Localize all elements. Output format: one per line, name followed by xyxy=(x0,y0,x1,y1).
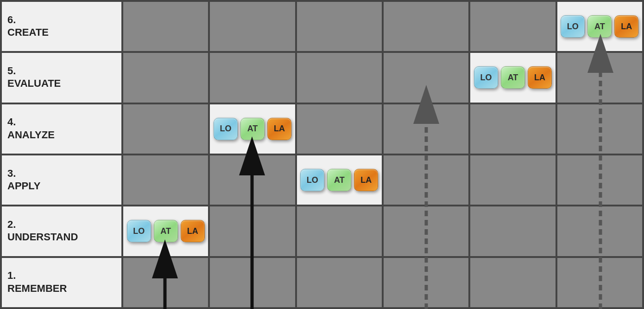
badge-lo-understand[interactable]: LO xyxy=(127,220,151,242)
cell-r5-c4 xyxy=(296,206,383,257)
cell-r1-c4 xyxy=(296,1,383,52)
bloom-taxonomy-grid: 6. CREATE LO AT LA 5. EVALUATE LO AT xyxy=(0,0,644,309)
cell-r5-c5 xyxy=(383,206,469,257)
cell-r4-c2 xyxy=(122,154,209,206)
cell-r6-c5 xyxy=(383,257,469,308)
row-number-4: 4. xyxy=(7,116,116,128)
badge-la-evaluate[interactable]: LA xyxy=(528,66,552,89)
badge-la-analyze[interactable]: LA xyxy=(267,118,291,140)
cell-r4-c6 xyxy=(469,154,556,206)
cell-r6-c3 xyxy=(209,257,296,308)
cell-r2-c2 xyxy=(122,52,209,103)
cell-r3-c4 xyxy=(296,103,383,154)
row-label-evaluate: 5. EVALUATE xyxy=(1,52,122,103)
badge-lo-apply[interactable]: LO xyxy=(300,169,324,191)
cell-r2-c4 xyxy=(296,52,383,103)
row-label-remember: 1. REMEMBER xyxy=(1,257,122,308)
badge-group-apply: LO AT LA xyxy=(300,169,378,191)
cell-r4-c4: LO AT LA xyxy=(296,154,383,206)
badge-group-evaluate: LO AT LA xyxy=(474,66,552,89)
cell-r5-c2: LO AT LA xyxy=(122,206,209,257)
cell-r3-c3: LO AT LA xyxy=(209,103,296,154)
badge-at-create[interactable]: AT xyxy=(587,15,612,38)
row-text-create: CREATE xyxy=(7,26,116,39)
cell-r2-c6: LO AT LA xyxy=(469,52,556,103)
row-text-analyze: ANALYZE xyxy=(7,129,116,142)
cell-r4-c7 xyxy=(556,154,643,206)
cell-r6-c4 xyxy=(296,257,383,308)
row-label-understand: 2. UNDERSTAND xyxy=(1,206,122,257)
row-label-apply: 3. APPLY xyxy=(1,154,122,206)
cell-r3-c5 xyxy=(383,103,469,154)
badge-at-understand[interactable]: AT xyxy=(154,220,178,242)
badge-group-analyze: LO AT LA xyxy=(214,118,291,140)
badge-lo-evaluate[interactable]: LO xyxy=(474,66,498,89)
cell-r2-c7 xyxy=(556,52,643,103)
row-label-create: 6. CREATE xyxy=(1,1,122,52)
row-number-3: 3. xyxy=(7,167,116,180)
row-text-apply: APPLY xyxy=(7,180,116,193)
badge-la-understand[interactable]: LA xyxy=(181,220,205,242)
cell-r4-c5 xyxy=(383,154,469,206)
badge-at-apply[interactable]: AT xyxy=(327,169,351,191)
cell-r1-c2 xyxy=(122,1,209,52)
row-number-5: 5. xyxy=(7,65,116,77)
row-text-evaluate: EVALUATE xyxy=(7,77,116,90)
cell-r1-c3 xyxy=(209,1,296,52)
cell-r2-c5 xyxy=(383,52,469,103)
cell-r5-c3 xyxy=(209,206,296,257)
cell-r3-c6 xyxy=(469,103,556,154)
cell-r1-c6 xyxy=(469,1,556,52)
badge-la-create[interactable]: LA xyxy=(614,15,638,38)
cell-r3-c2 xyxy=(122,103,209,154)
cell-r6-c6 xyxy=(469,257,556,308)
cell-r4-c3 xyxy=(209,154,296,206)
cell-r6-c2 xyxy=(122,257,209,308)
cell-r3-c7 xyxy=(556,103,643,154)
row-number-2: 2. xyxy=(7,219,116,231)
badge-at-evaluate[interactable]: AT xyxy=(501,66,525,89)
cell-r5-c7 xyxy=(556,206,643,257)
row-number-1: 1. xyxy=(7,270,116,282)
row-label-analyze: 4. ANALYZE xyxy=(1,103,122,154)
cell-r6-c7 xyxy=(556,257,643,308)
badge-group-create: LO AT LA xyxy=(561,15,638,38)
badge-la-apply[interactable]: LA xyxy=(354,169,378,191)
row-number-6: 6. xyxy=(7,14,116,26)
row-text-remember: REMEMBER xyxy=(7,282,116,296)
cell-r5-c6 xyxy=(469,206,556,257)
cell-r1-c7: LO AT LA xyxy=(556,1,643,52)
cell-r1-c5 xyxy=(383,1,469,52)
badge-at-analyze[interactable]: AT xyxy=(240,118,265,140)
badge-lo-create[interactable]: LO xyxy=(561,15,585,38)
badge-lo-analyze[interactable]: LO xyxy=(214,118,238,140)
row-text-understand: UNDERSTAND xyxy=(7,231,116,244)
badge-group-understand: LO AT LA xyxy=(127,220,205,242)
cell-r2-c3 xyxy=(209,52,296,103)
